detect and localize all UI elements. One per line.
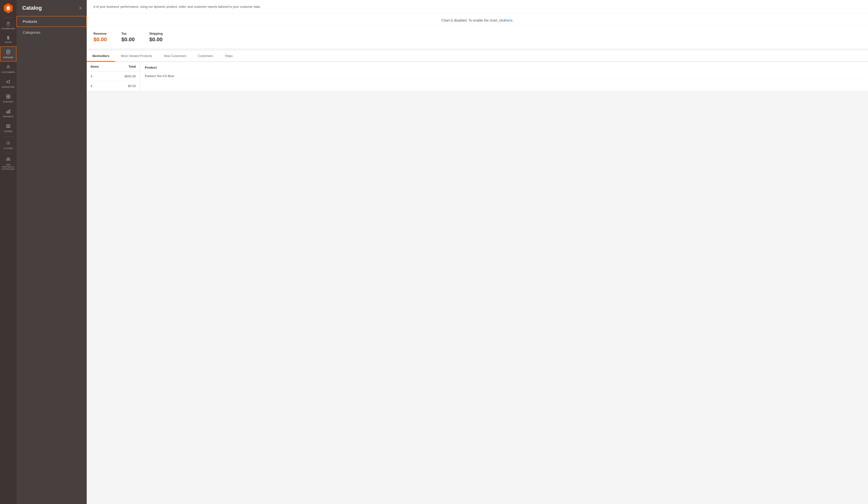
catalog-menu-categories[interactable]: Categories: [17, 27, 87, 38]
right-table: Product Radiant Tee-XS-Blue: [140, 62, 868, 91]
customers-icon: [6, 64, 11, 70]
tab-customers[interactable]: Customers: [192, 51, 219, 62]
stat-shipping-value: $0.00: [149, 36, 163, 43]
chart-enable-link[interactable]: here: [506, 18, 513, 22]
magento-logo-icon: [3, 3, 13, 13]
chart-disabled-bar: Chart is disabled. To enable the chart, …: [87, 13, 868, 26]
sales-icon: $: [7, 36, 10, 40]
svg-point-3: [8, 65, 9, 67]
stat-revenue: Revenue $0.00: [93, 32, 107, 43]
row-0-items: 4: [91, 74, 120, 78]
stat-shipping-label: Shipping: [149, 32, 163, 36]
tab-most-viewed[interactable]: Most Viewed Products: [115, 51, 158, 62]
stat-revenue-label: Revenue: [93, 32, 107, 36]
left-table-total-header: Total: [128, 65, 136, 68]
content-icon: [6, 94, 11, 100]
svg-rect-2: [8, 51, 9, 53]
svg-rect-10: [9, 110, 10, 113]
svg-rect-6: [7, 97, 8, 99]
tab-new-customers[interactable]: New Customers: [158, 51, 192, 62]
sidebar-divider-bot: [3, 153, 13, 154]
catalog-panel-header: Catalog ×: [17, 0, 87, 16]
right-table-header: Product: [145, 66, 863, 69]
sidebar-logo: [0, 0, 17, 17]
sidebar-item-stores[interactable]: STORES: [0, 121, 17, 135]
stat-shipping: Shipping $0.00: [149, 32, 163, 43]
left-table-items-header: Items: [91, 65, 124, 68]
catalog-panel-title: Catalog: [22, 5, 42, 11]
tab-yotpo[interactable]: Yotpo: [219, 51, 239, 62]
svg-rect-8: [7, 112, 7, 113]
svg-rect-4: [7, 95, 8, 97]
catalog-panel: Catalog × Products Categories: [17, 0, 87, 504]
main-content: d of your business' performance, using o…: [87, 0, 868, 504]
marketing-icon: [6, 79, 11, 85]
table-row: 4 $692.80: [87, 71, 140, 81]
stat-revenue-value: $0.00: [93, 36, 107, 43]
sidebar-divider-mid: [3, 137, 13, 137]
svg-rect-9: [8, 111, 9, 113]
svg-point-12: [8, 142, 9, 144]
sidebar-item-dashboard[interactable]: ⏱ DASHBOARD: [0, 19, 17, 33]
row-1-total: $0.00: [128, 84, 136, 88]
svg-rect-14: [9, 159, 10, 161]
table-row: 4 $0.00: [87, 81, 140, 91]
tabs-header: Bestsellers Most Viewed Products New Cus…: [87, 51, 868, 62]
row-0-total: $692.80: [124, 74, 136, 78]
tabs-section: Bestsellers Most Viewed Products New Cus…: [87, 51, 868, 91]
stores-icon: [6, 124, 11, 129]
catalog-menu-products[interactable]: Products: [17, 16, 87, 27]
dashboard-icon: ⏱: [6, 22, 11, 27]
catalog-icon: [6, 49, 11, 55]
svg-rect-7: [9, 97, 10, 99]
split-layout: Items Total 4 $692.80 4 $0.00 Product Ra…: [87, 62, 868, 91]
svg-rect-5: [9, 95, 10, 97]
stat-tax: Tax $0.00: [121, 32, 135, 43]
sidebar-item-marketing[interactable]: MARKETING: [0, 77, 17, 91]
dashboard-intro-section: d of your business' performance, using o…: [87, 0, 868, 49]
system-icon: [6, 141, 11, 146]
sidebar-item-content[interactable]: CONTENT: [0, 91, 17, 106]
dashboard-intro-text: d of your business' performance, using o…: [87, 0, 868, 13]
content-area: d of your business' performance, using o…: [87, 0, 868, 504]
left-table: Items Total 4 $692.80 4 $0.00: [87, 62, 140, 91]
list-item: Radiant Tee-XS-Blue: [145, 72, 863, 80]
stat-tax-label: Tax: [121, 32, 135, 36]
svg-rect-11: [8, 127, 9, 128]
stat-tax-value: $0.00: [121, 36, 135, 43]
svg-rect-15: [8, 158, 9, 159]
find-partners-icon: [6, 157, 11, 163]
sidebar: ⏱ DASHBOARD $ SALES CATALOG CUSTOMERS: [0, 0, 17, 504]
sidebar-item-customers[interactable]: CUSTOMERS: [0, 62, 17, 77]
stats-row: Revenue $0.00 Tax $0.00 Shipping $0.00: [87, 26, 868, 49]
sidebar-item-system[interactable]: SYSTEM: [0, 138, 17, 152]
sidebar-item-reports[interactable]: REPORTS: [0, 106, 17, 121]
sidebar-item-catalog[interactable]: CATALOG: [0, 46, 17, 62]
svg-rect-13: [7, 159, 8, 161]
sidebar-item-sales[interactable]: $ SALES: [0, 33, 17, 46]
sidebar-item-find-partners[interactable]: FIND PARTNERS & EXTENSIONS: [0, 155, 17, 173]
row-1-items: 4: [91, 84, 123, 88]
reports-icon: [6, 109, 11, 114]
catalog-panel-close-button[interactable]: ×: [79, 6, 82, 10]
tab-bestsellers[interactable]: Bestsellers: [87, 51, 115, 62]
left-table-header: Items Total: [87, 62, 140, 71]
